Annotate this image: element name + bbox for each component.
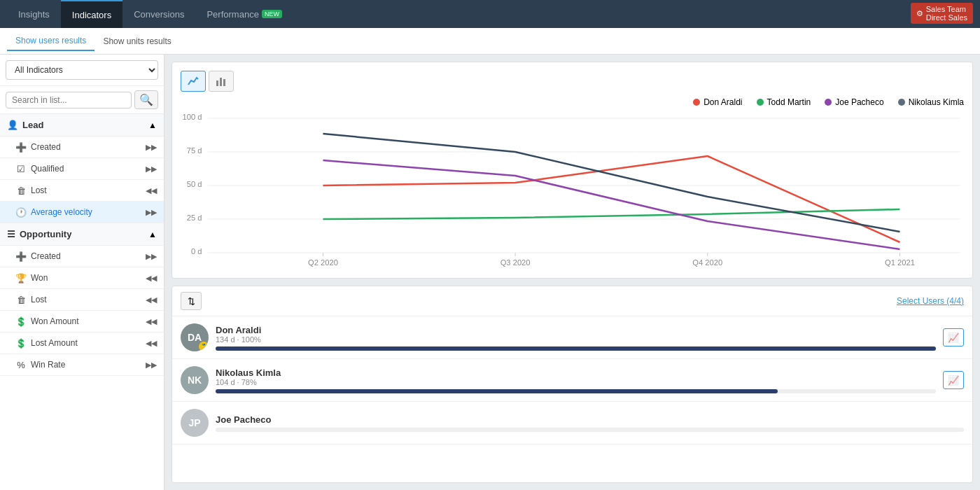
lead-created-icon: ➕ bbox=[15, 141, 27, 153]
lead-created-label: Created bbox=[31, 142, 61, 152]
avatar-initials-joe: JP bbox=[188, 417, 200, 428]
show-users-btn[interactable]: Show users results bbox=[7, 31, 94, 51]
opp-lost-amount-icon: 💲 bbox=[15, 337, 27, 349]
sidebar-filter[interactable]: All Indicators bbox=[0, 55, 164, 86]
lead-qualified-label: Qualified bbox=[31, 164, 64, 174]
lead-lost-arrow: ◀◀ bbox=[146, 186, 157, 195]
sidebar-item-opp-lost-amount[interactable]: 💲 Lost Amount ◀◀ bbox=[0, 332, 164, 354]
sidebar-item-lead-lost[interactable]: 🗑 Lost ◀◀ bbox=[0, 180, 164, 202]
sidebar-item-opp-win-rate[interactable]: % Win Rate ▶▶ bbox=[0, 354, 164, 376]
svg-text:0 d: 0 d bbox=[191, 247, 202, 255]
line-chart-svg: 100 d 75 d 50 d 25 d 0 d Q2 2020 Q3 2020… bbox=[181, 113, 964, 267]
tab-performance-label: Performance bbox=[206, 9, 258, 20]
sidebar-item-lead-qualified[interactable]: ☑ Qualified ▶▶ bbox=[0, 158, 164, 180]
sidebar-item-lead-avg-velocity[interactable]: 🕐 Average velocity ▶▶ bbox=[0, 202, 164, 223]
tab-insights-label: Insights bbox=[18, 9, 50, 20]
tab-conversions[interactable]: Conversions bbox=[122, 0, 195, 28]
search-input[interactable] bbox=[6, 92, 132, 108]
content-area: Don Araldi Todd Martin Joe Pacheco Nikol… bbox=[164, 55, 980, 490]
svg-rect-1 bbox=[220, 78, 222, 86]
sidebar-group-lead[interactable]: 👤 Lead ▲ bbox=[0, 114, 164, 136]
opp-won-amount-icon: 💲 bbox=[15, 316, 27, 327]
avatar-don-araldi: DA 🥇 bbox=[181, 323, 209, 351]
user-name-joe: Joe Pacheco bbox=[216, 414, 964, 425]
chart-toolbar bbox=[181, 71, 964, 92]
chart-area: 100 d 75 d 50 d 25 d 0 d Q2 2020 Q3 2020… bbox=[181, 113, 964, 267]
new-badge: NEW bbox=[262, 10, 282, 18]
user-info-joe: Joe Pacheco bbox=[216, 414, 964, 432]
avatar-joe: JP bbox=[181, 409, 209, 437]
opp-won-icon: 🏆 bbox=[15, 272, 27, 284]
sidebar-item-opp-created[interactable]: ➕ Created ▶▶ bbox=[0, 246, 164, 267]
select-users-link[interactable]: Select Users (4/4) bbox=[897, 296, 964, 306]
chart-container: Don Araldi Todd Martin Joe Pacheco Nikol… bbox=[172, 62, 973, 279]
opp-won-amount-label: Won Amount bbox=[31, 316, 78, 326]
sidebar-item-opp-won-amount[interactable]: 💲 Won Amount ◀◀ bbox=[0, 311, 164, 332]
avatar-initials-don: DA bbox=[188, 332, 202, 343]
svg-text:Q4 2020: Q4 2020 bbox=[692, 258, 722, 267]
opportunity-group-icon: ☰ bbox=[7, 229, 15, 239]
opp-lost-amount-label: Lost Amount bbox=[31, 338, 78, 348]
lead-group-label: Lead bbox=[22, 120, 43, 130]
opp-created-icon: ➕ bbox=[15, 251, 27, 262]
user-name-don: Don Araldi bbox=[216, 325, 936, 335]
user-action-btn-don[interactable]: 📈 bbox=[943, 328, 964, 346]
sales-team-name: Direct Sales bbox=[926, 13, 967, 22]
main-layout: All Indicators 🔍 👤 Lead ▲ ➕ Created ▶ bbox=[0, 55, 980, 490]
lead-group-icon: 👤 bbox=[7, 120, 18, 130]
legend-dot-joe bbox=[825, 99, 832, 106]
tab-insights[interactable]: Insights bbox=[7, 0, 61, 28]
bottom-toolbar: ⇅ Select Users (4/4) bbox=[172, 286, 972, 316]
indicator-filter-select[interactable]: All Indicators bbox=[6, 60, 158, 80]
opp-lost-amount-arrow: ◀◀ bbox=[146, 339, 157, 348]
gear-icon: ⚙ bbox=[916, 9, 923, 18]
search-icon: 🔍 bbox=[139, 94, 153, 106]
tab-indicators-label: Indicators bbox=[72, 10, 111, 20]
opp-win-rate-icon: % bbox=[15, 359, 27, 370]
opp-won-arrow: ◀◀ bbox=[146, 274, 157, 283]
legend-label-don: Don Araldi bbox=[704, 97, 742, 107]
lead-avg-velocity-label: Average velocity bbox=[31, 207, 92, 217]
user-stats-nikolaus: 104 d · 78% bbox=[216, 378, 936, 386]
bottom-panel: ⇅ Select Users (4/4) DA 🥇 Don Araldi 134… bbox=[172, 286, 973, 483]
line-chart-btn[interactable] bbox=[181, 71, 206, 92]
lead-created-arrow: ▶▶ bbox=[146, 143, 157, 152]
svg-text:50 d: 50 d bbox=[187, 180, 202, 188]
search-button[interactable]: 🔍 bbox=[134, 90, 158, 109]
user-row-don-araldi: DA 🥇 Don Araldi 134 d · 100% 📈 bbox=[172, 316, 972, 359]
show-units-btn[interactable]: Show units results bbox=[94, 32, 179, 50]
progress-fill-nikolaus bbox=[216, 389, 778, 393]
user-stats-don: 134 d · 100% bbox=[216, 335, 936, 344]
lead-avg-velocity-arrow: ▶▶ bbox=[146, 208, 157, 217]
opportunity-group-label: Opportunity bbox=[20, 229, 71, 239]
avatar-nikolaus: NK bbox=[181, 366, 209, 394]
sidebar-item-opp-lost[interactable]: 🗑 Lost ◀◀ bbox=[0, 289, 164, 311]
sidebar-group-opportunity[interactable]: ☰ Opportunity ▲ bbox=[0, 223, 164, 246]
chart-icon-nikolaus: 📈 bbox=[948, 375, 959, 386]
tab-conversions-label: Conversions bbox=[134, 9, 184, 20]
opp-lost-label: Lost bbox=[31, 295, 47, 304]
bar-chart-btn[interactable] bbox=[209, 71, 234, 92]
opp-won-label: Won bbox=[31, 273, 48, 283]
legend-todd-martin: Todd Martin bbox=[757, 97, 811, 107]
svg-text:Q2 2020: Q2 2020 bbox=[308, 258, 338, 267]
svg-text:Q3 2020: Q3 2020 bbox=[500, 258, 531, 267]
user-action-btn-nikolaus[interactable]: 📈 bbox=[943, 371, 964, 389]
sidebar-search-area: 🔍 bbox=[0, 86, 164, 114]
avatar-initials-nikolaus: NK bbox=[188, 374, 202, 386]
progress-fill-don bbox=[216, 346, 936, 351]
legend-dot-nikolaus bbox=[898, 99, 905, 106]
svg-text:25 d: 25 d bbox=[187, 214, 202, 222]
sort-button[interactable]: ⇅ bbox=[181, 292, 202, 310]
svg-rect-2 bbox=[223, 79, 225, 86]
user-row-joe-pacheco: JP Joe Pacheco bbox=[172, 402, 972, 444]
opp-won-amount-arrow: ◀◀ bbox=[146, 317, 157, 326]
sidebar-item-opp-won[interactable]: 🏆 Won ◀◀ bbox=[0, 267, 164, 289]
legend-dot-todd bbox=[757, 99, 764, 106]
tab-indicators[interactable]: Indicators bbox=[61, 0, 122, 28]
user-name-nikolaus: Nikolaus Kimla bbox=[216, 368, 936, 378]
legend-joe-pacheco: Joe Pacheco bbox=[825, 97, 883, 107]
sidebar-item-lead-created[interactable]: ➕ Created ▶▶ bbox=[0, 136, 164, 158]
opp-created-label: Created bbox=[31, 251, 61, 261]
tab-performance[interactable]: Performance NEW bbox=[195, 0, 293, 28]
